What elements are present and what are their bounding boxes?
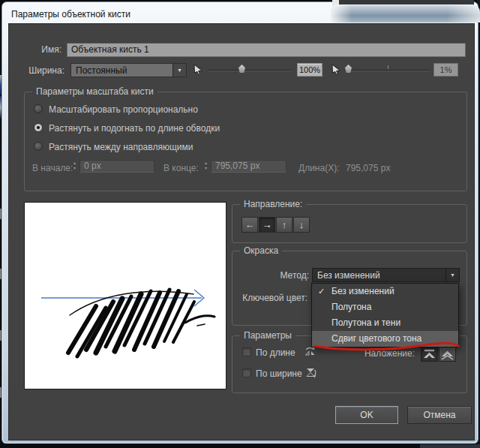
dropdown-item-no-change[interactable]: ✓ Без изменений	[312, 284, 458, 299]
dialog-title: Параметры объектной кисти	[11, 9, 130, 20]
dropdown-item-label: Без изменений	[332, 286, 394, 296]
end-spinner: ▴ ▾	[202, 161, 209, 172]
direction-group-title: Направление:	[240, 199, 306, 209]
options-group-title: Параметры	[240, 330, 296, 341]
scale-options-group-title: Параметры масштаба кисти	[32, 86, 158, 97]
fixed-width-value[interactable]: 100%	[297, 63, 322, 77]
width-profile-dropdown[interactable]: Постоянный ▼	[70, 63, 187, 77]
name-label: Имя:	[24, 44, 62, 55]
length-label: Длина(X):	[298, 163, 339, 173]
screen: Параметры объектной кисти Имя: Объектная…	[0, 0, 480, 448]
colorization-group-title: Окраска	[240, 245, 282, 256]
radio-stretch-to-fit-label: Растянуть и подогнать по длине обводки	[49, 123, 220, 134]
dropdown-item-tints[interactable]: Полутона	[312, 299, 458, 315]
arrow-right-icon: →	[262, 219, 272, 230]
flip-along-checkbox[interactable]	[242, 347, 251, 356]
brush-preview	[24, 202, 226, 389]
flip-along-label: По длине	[256, 347, 296, 358]
arrow-left-icon: ←	[245, 219, 255, 230]
overlap-chevron-icon	[440, 347, 455, 361]
radio-stretch-between-guides-label: Растянуть между направляющими	[49, 142, 193, 152]
dropdown-item-hue-shift[interactable]: Сдвиг цветового тона	[312, 331, 458, 347]
key-color-label: Ключевой цвет:	[236, 293, 308, 303]
flip-across-label: По ширине	[256, 368, 302, 379]
variation-slider-handle[interactable]	[345, 65, 352, 73]
direction-group: Направление: ← → ↑ ↓	[232, 204, 467, 243]
dropdown-item-label: Полутона и тени	[332, 317, 400, 328]
background-decoration	[420, 444, 480, 448]
background-window-glass-frame	[331, 5, 480, 23]
brush-options-dialog: Параметры объектной кисти Имя: Объектная…	[2, 2, 478, 444]
start-field: 0 px	[80, 160, 154, 173]
dropdown-item-label: Полутона	[332, 302, 371, 312]
chevron-down-icon[interactable]: ▼	[446, 269, 459, 281]
method-dropdown-list: ✓ Без изменений Полутона Полутона и тени…	[311, 283, 459, 347]
pressure-cursor-icon	[331, 64, 342, 75]
start-label: В начале:	[32, 163, 73, 173]
cancel-button[interactable]: Отмена	[407, 406, 472, 424]
flip-across-icon	[304, 366, 317, 379]
end-field: 795,075 px	[211, 160, 286, 173]
direction-down-button[interactable]: ↓	[293, 217, 310, 233]
ok-button[interactable]: OK	[335, 406, 398, 424]
radio-stretch-to-fit[interactable]	[34, 123, 43, 132]
variation-slider[interactable]	[346, 70, 429, 71]
background-bottom-strip	[0, 443, 480, 448]
scribble-strokes	[68, 290, 214, 356]
radio-scale-proportionally[interactable]	[34, 104, 43, 113]
slider-center-tick	[388, 65, 388, 69]
fixed-width-slider-handle[interactable]	[238, 65, 245, 73]
width-label: Ширина:	[16, 65, 64, 76]
radio-stretch-between-guides[interactable]	[34, 142, 43, 151]
overlap-adjust-button[interactable]	[439, 346, 456, 362]
direction-up-button[interactable]: ↑	[276, 217, 292, 233]
direction-left-button[interactable]: ←	[242, 217, 258, 233]
flip-across-checkbox[interactable]	[242, 368, 251, 377]
arrow-down-icon: ↓	[299, 219, 304, 230]
variation-value: 1%	[434, 63, 458, 77]
spinner-up-icon: ▴	[71, 161, 78, 166]
scale-options-group: Параметры масштаба кисти Масштабировать …	[24, 92, 467, 191]
spinner-down-icon: ▾	[71, 166, 78, 171]
dropdown-item-label: Сдвиг цветового тона	[332, 333, 422, 344]
brush-stroke-preview-image	[25, 203, 226, 389]
pressure-cursor-icon	[193, 64, 204, 75]
start-spinner: ▴ ▾	[71, 161, 78, 172]
check-icon: ✓	[318, 284, 325, 299]
name-input[interactable]: Объектная кисть 1	[67, 43, 466, 57]
dialog-content: Имя: Объектная кисть 1 Ширина: Постоянны…	[8, 23, 475, 440]
chevron-down-icon[interactable]: ▼	[172, 64, 186, 77]
method-dropdown[interactable]: Без изменений ▼	[312, 268, 460, 282]
width-profile-value: Постоянный	[76, 65, 127, 76]
dropdown-item-tints-shades[interactable]: Полутона и тени	[312, 315, 458, 331]
overlap-no-adjust-button[interactable]	[421, 346, 438, 362]
radio-scale-proportionally-label: Масштабировать пропорционально	[49, 104, 198, 115]
direction-right-button[interactable]: →	[259, 217, 275, 233]
method-value: Без изменений	[317, 270, 380, 281]
spinner-down-icon: ▾	[202, 166, 209, 171]
spinner-up-icon: ▴	[202, 161, 209, 166]
arrow-up-icon: ↑	[282, 219, 287, 230]
fixed-width-slider[interactable]	[208, 70, 291, 71]
end-label: В конце:	[164, 163, 199, 173]
length-value: 795,075 px	[346, 163, 390, 173]
method-label: Метод:	[255, 270, 309, 281]
overlap-label: Наложение:	[345, 348, 415, 359]
overlap-bar-chevron-icon	[422, 347, 437, 361]
